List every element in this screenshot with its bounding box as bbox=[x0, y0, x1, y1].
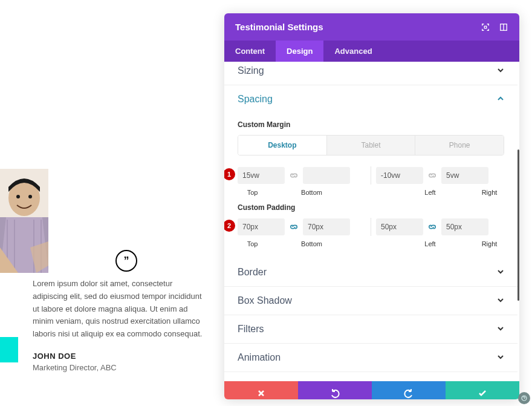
chevron-down-icon bbox=[497, 268, 504, 277]
section-spacing[interactable]: Spacing bbox=[224, 85, 517, 113]
link-icon[interactable] bbox=[424, 218, 440, 236]
tab-content[interactable]: Content bbox=[224, 41, 276, 62]
padding-left-input[interactable] bbox=[376, 218, 423, 235]
custom-padding-heading: Custom Padding bbox=[238, 203, 504, 212]
label-left: Left bbox=[415, 240, 445, 247]
chevron-up-icon bbox=[497, 95, 504, 104]
label-right: Right bbox=[475, 240, 504, 247]
divider bbox=[371, 218, 371, 236]
svg-point-3 bbox=[16, 195, 20, 198]
testimonial-avatar bbox=[0, 169, 48, 273]
label-left: Left bbox=[415, 189, 445, 196]
undo-icon bbox=[330, 388, 340, 399]
settings-panel: Testimonial Settings Content Design Adva… bbox=[224, 13, 519, 399]
columns-icon[interactable] bbox=[499, 22, 508, 32]
section-filters[interactable]: Filters bbox=[224, 315, 517, 344]
chevron-down-icon bbox=[497, 353, 504, 362]
label-right: Right bbox=[475, 189, 504, 196]
panel-title: Testimonial Settings bbox=[235, 22, 323, 32]
link-icon[interactable] bbox=[286, 218, 302, 236]
margin-inputs bbox=[238, 166, 504, 185]
section-box-shadow[interactable]: Box Shadow bbox=[224, 287, 517, 315]
margin-bottom-input[interactable] bbox=[303, 167, 350, 184]
label-top: Top bbox=[238, 189, 267, 196]
padding-inputs bbox=[238, 218, 504, 236]
label-top: Top bbox=[238, 240, 267, 247]
svg-point-4 bbox=[28, 195, 32, 198]
device-tabs: Desktop Tablet Phone bbox=[238, 135, 504, 156]
redo-icon bbox=[404, 388, 414, 399]
section-sizing[interactable]: Sizing bbox=[224, 62, 517, 85]
svg-rect-6 bbox=[484, 26, 487, 28]
padding-right-input[interactable] bbox=[441, 218, 488, 235]
chevron-down-icon bbox=[497, 296, 504, 306]
device-phone[interactable]: Phone bbox=[415, 136, 504, 155]
section-label: Border bbox=[238, 267, 267, 278]
tab-advanced[interactable]: Advanced bbox=[323, 41, 383, 62]
chevron-down-icon bbox=[497, 325, 504, 334]
panel-footer bbox=[224, 381, 519, 399]
callout-badge-1: 1 bbox=[224, 168, 235, 180]
device-desktop[interactable]: Desktop bbox=[238, 136, 327, 155]
link-icon[interactable] bbox=[286, 166, 302, 185]
testimonial-role: Marketing Director, ABC bbox=[33, 363, 206, 372]
margin-top-input[interactable] bbox=[238, 167, 285, 184]
cancel-button[interactable] bbox=[224, 381, 298, 399]
panel-header: Testimonial Settings bbox=[224, 13, 519, 41]
panel-tabs: Content Design Advanced bbox=[224, 41, 519, 62]
link-icon[interactable] bbox=[424, 166, 440, 185]
device-tablet[interactable]: Tablet bbox=[327, 136, 416, 155]
section-label: Spacing bbox=[238, 94, 273, 105]
testimonial-author: JOHN DOE bbox=[33, 352, 206, 361]
panel-body: Sizing Spacing Custom Margin Desktop Tab… bbox=[224, 62, 519, 381]
tab-design[interactable]: Design bbox=[276, 41, 323, 62]
testimonial-card: Lorem ipsum dolor sit amet, consectetur … bbox=[18, 261, 221, 384]
section-label: Filters bbox=[238, 324, 264, 335]
section-label: Sizing bbox=[238, 65, 264, 76]
redo-button[interactable] bbox=[372, 381, 446, 399]
confirm-button[interactable] bbox=[446, 381, 519, 399]
margin-right-input[interactable] bbox=[441, 167, 488, 184]
divider bbox=[371, 166, 371, 185]
spacing-content: Custom Margin Desktop Tablet Phone 1 bbox=[224, 120, 517, 258]
margin-left-input[interactable] bbox=[376, 167, 423, 184]
chevron-down-icon bbox=[497, 67, 504, 76]
section-animation[interactable]: Animation bbox=[224, 344, 517, 372]
undo-button[interactable] bbox=[298, 381, 372, 399]
testimonial-text: Lorem ipsum dolor sit amet, consectetur … bbox=[33, 278, 206, 341]
focus-icon[interactable] bbox=[481, 22, 490, 32]
padding-top-input[interactable] bbox=[238, 218, 285, 235]
label-bottom: Bottom bbox=[297, 240, 326, 247]
section-label: Animation bbox=[238, 352, 281, 363]
close-icon bbox=[257, 389, 265, 399]
help-icon[interactable] bbox=[518, 392, 530, 404]
padding-bottom-input[interactable] bbox=[303, 218, 350, 235]
section-border[interactable]: Border bbox=[224, 258, 517, 287]
section-label: Box Shadow bbox=[238, 295, 292, 306]
custom-margin-heading: Custom Margin bbox=[238, 120, 504, 129]
callout-badge-2: 2 bbox=[224, 220, 235, 232]
label-bottom: Bottom bbox=[297, 189, 326, 196]
scrollbar[interactable] bbox=[517, 149, 519, 301]
check-icon bbox=[478, 388, 487, 399]
accent-block bbox=[0, 337, 18, 362]
